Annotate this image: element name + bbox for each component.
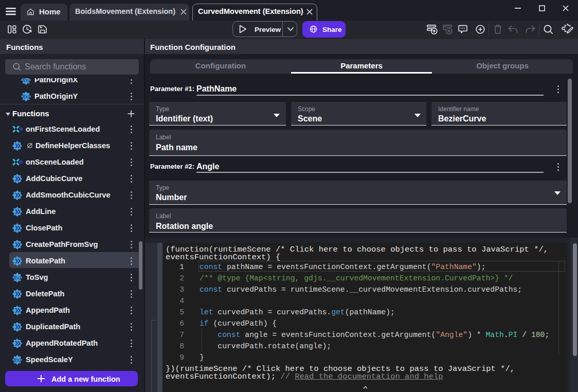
svg-text:f(x): f(x) xyxy=(22,94,29,99)
svg-text:f(x): f(x) xyxy=(13,275,21,280)
svg-text:f(x): f(x) xyxy=(13,357,21,363)
